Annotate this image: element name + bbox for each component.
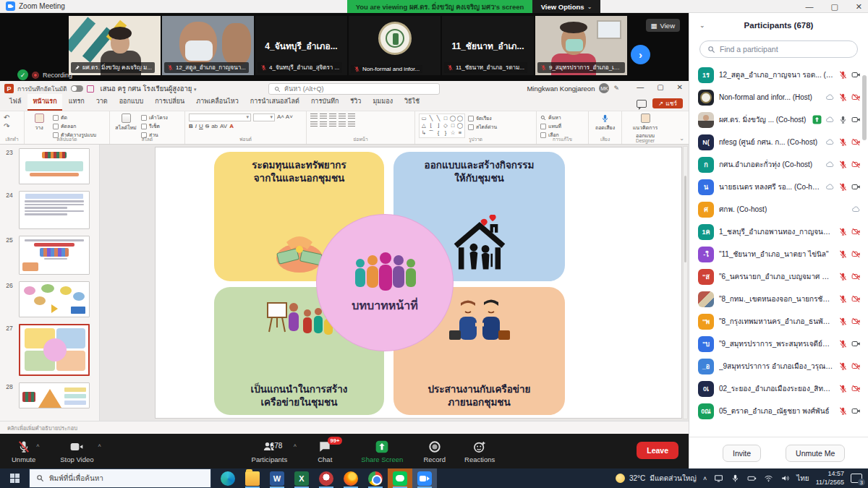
cut-button[interactable]: ตัด	[53, 114, 96, 121]
record-button[interactable]: Record	[423, 440, 446, 463]
taskbar-app-excel[interactable]: X	[289, 468, 314, 488]
office-search-box[interactable]: ค้นหา (Alt+Q)	[268, 83, 440, 95]
ppt-tab-มุมมอง[interactable]: มุมมอง	[367, 94, 398, 111]
participant-row[interactable]: "บ"9_สมุทรปราการ_พระสมุทรเจดีย์_วิมล...	[689, 333, 868, 355]
shapes-gallery[interactable]: ▭╲╲□◯◯ △⌊⌋◇□◯ ↳⌒{}☆≡	[419, 114, 465, 138]
ppt-tab-การเปลี่ยน[interactable]: การเปลี่ยน	[150, 94, 190, 111]
taskbar-app-word[interactable]: W	[265, 468, 289, 488]
taskbar-app-edge[interactable]	[216, 468, 240, 488]
ppt-maximize-button[interactable]: ▢	[657, 83, 663, 91]
show-hidden-icons-chevron[interactable]: ˄	[703, 475, 707, 482]
undo-icon[interactable]: ↶	[4, 114, 9, 121]
next-page-arrow-button[interactable]: ›	[631, 45, 650, 64]
strikethrough-button[interactable]: S	[205, 123, 209, 129]
slide-thumbnail-23[interactable]: 23	[0, 148, 99, 184]
bold-button[interactable]: B	[189, 123, 193, 129]
video-thumbnail-3[interactable]: 4_จันทบุรี_อำเภอ...4_จันทบุรี_อำเภอ_สุจิ…	[255, 16, 347, 75]
ppt-tab-การนำเสนอสไลด์[interactable]: การนำเสนอสไลด์	[245, 94, 305, 111]
collapse-ribbon-icon[interactable]: ⌄	[679, 135, 684, 142]
taskbar-app-chrome[interactable]	[363, 468, 388, 488]
notes-bar[interactable]: คลิกเพื่อเพิ่มคำอธิบายประกอบ	[0, 421, 689, 434]
unmute-me-button[interactable]: Unmute Me	[786, 445, 845, 462]
slide-canvas[interactable]: ประสานงานกับเครือข่ายภายนอกชุมชนเป็นแกนน…	[156, 147, 681, 418]
participant-row[interactable]: "ส"6_นครนายก_อำเภอ_เบญจมาศ สิริรัต...	[689, 265, 868, 288]
participant-row[interactable]: 0ณ05_ตราด_อำเภอ_ณัฐชยา พงศ์พันธ์	[689, 400, 868, 422]
stop-video-button[interactable]: Stop Video ˄	[60, 440, 93, 463]
video-thumbnail-1[interactable]: ผศ.ดร. มิ่งขวัญ คงเจริญ ม...	[69, 16, 161, 75]
participants-caret[interactable]: ˄	[294, 442, 297, 449]
participant-row[interactable]: 1ร12_สตูล_อำเภอ_กาญจนา รอด... (Me)	[689, 64, 868, 86]
line-spacing-icon[interactable]	[348, 114, 355, 120]
ppt-tab-แทรก[interactable]: แทรก	[64, 94, 90, 111]
start-button[interactable]	[0, 468, 29, 488]
replace-button[interactable]: แทนที่	[540, 122, 561, 130]
ppt-tab-หน้าแรก[interactable]: หน้าแรก	[27, 94, 61, 111]
speaker-tray-icon[interactable]	[780, 474, 790, 484]
view-button[interactable]: ▦View	[646, 19, 680, 32]
new-slide-button[interactable]: สไลด์ใหม่	[114, 114, 138, 132]
taskbar-app-firefox[interactable]	[339, 468, 363, 488]
ppt-tab-วาด[interactable]: วาด	[91, 94, 113, 111]
arrange-button[interactable]: จัดเรียง	[468, 114, 497, 122]
video-thumbnail-5[interactable]: 11_ชัยนาท_อำเภ...11_ชัยนาท_อำเภอ_รดาม...	[442, 16, 534, 75]
slide-thumbnail-24[interactable]: 24	[0, 191, 99, 229]
taskbar-app-explorer[interactable]	[240, 468, 265, 488]
video-thumbnail-6[interactable]: 9_สมุทรปราการ_อำเภอ_เอ...	[535, 16, 627, 75]
find-button[interactable]: ค้นหา	[540, 114, 561, 121]
wifi-tray-icon[interactable]	[763, 474, 773, 484]
leave-button[interactable]: Leave	[637, 442, 678, 459]
view-options-button[interactable]: View Options⌄	[532, 0, 600, 13]
invite-button[interactable]: Invite	[723, 445, 761, 462]
copy-button[interactable]: คัดลอก	[53, 122, 96, 130]
text-shadow-button[interactable]: ab	[211, 123, 218, 129]
underline-button[interactable]: U	[199, 123, 203, 129]
font-color-button[interactable]: A	[229, 123, 234, 129]
taskbar-app-redapp[interactable]	[314, 468, 339, 488]
panel-chevron-icon[interactable]: ⌄	[699, 22, 705, 29]
security-shield-icon[interactable]: ✓	[17, 69, 28, 80]
ppt-tab-รีวิว[interactable]: รีวิว	[345, 94, 366, 111]
share-document-button[interactable]: ↗แชร์	[652, 98, 683, 108]
italic-button[interactable]: I	[195, 123, 197, 129]
video-thumbnail-2[interactable]: 12_สตูล_อำเภอ_กาญจนา...	[162, 16, 254, 75]
participant-row[interactable]: 1ค1_ชลบุรี_อำเภอพานทอง_กาญจนา คุ...	[689, 221, 868, 243]
numbering-icon[interactable]	[320, 114, 327, 120]
character-spacing-button[interactable]: AV	[220, 123, 227, 129]
participant-row[interactable]: "พ"8_กรุงเทพมหานคร_อำเภอ_ธนพัฒน์ ...	[689, 310, 868, 333]
autosave-toggle[interactable]	[71, 85, 83, 92]
redo-icon[interactable]: ↷	[4, 122, 9, 130]
microphone-tray-icon[interactable]	[730, 474, 740, 484]
maximize-button[interactable]: ▢	[830, 0, 838, 13]
share-screen-button[interactable]: Share Screen	[361, 440, 403, 463]
canvas-scrollbar[interactable]	[683, 146, 688, 419]
font-name-select[interactable]	[189, 114, 251, 121]
slide-thumbnail-27[interactable]: 27	[0, 324, 99, 376]
slide-thumbnail-28[interactable]: 28	[0, 382, 99, 408]
weather-widget[interactable]: 32°C มีแดดส่วนใหญ่	[616, 473, 697, 484]
participants-button[interactable]: Participants 678 ˄	[252, 440, 288, 463]
slide-thumbnail-25[interactable]: 25	[0, 236, 99, 275]
ppt-tab-ออกแบบ[interactable]: ออกแบบ	[114, 94, 149, 111]
participant-row[interactable]: 0เ02_ระยอง_อำเภอเมืองระยอง_สิทธิพร เ...	[689, 377, 868, 400]
participant-row[interactable]: กกศน.อำเภอตะกั่วทุ่ง (Co-host)	[689, 153, 868, 176]
language-indicator[interactable]: ไทย	[796, 473, 809, 484]
battery-tray-icon[interactable]	[746, 474, 757, 484]
participant-row[interactable]: N(nfesg (ศูนย์ กศน. ก... (Co-host)	[689, 131, 868, 153]
ppt-tab-การบันทึก[interactable]: การบันทึก	[306, 94, 344, 111]
participant-row[interactable]: _อ_9สมุทรปราการ อำเภอเมือง_วรุณเทพ...	[689, 355, 868, 377]
video-thumbnail-4[interactable]: Non-formal and infor...	[349, 16, 441, 75]
slide-center-circle[interactable]: บทบาทหน้าที่	[317, 215, 453, 351]
comments-icon[interactable]	[637, 100, 647, 108]
document-filename[interactable]: เสนอ ครู กศน โรงเรียนผู้สูงอายุ ▾	[101, 83, 197, 94]
align-center-icon[interactable]	[320, 121, 327, 128]
unmute-options-caret[interactable]: ˄	[36, 442, 40, 449]
minimize-button[interactable]: —	[805, 0, 813, 13]
reactions-button[interactable]: Reactions	[464, 440, 495, 463]
layout-button[interactable]: เค้าโครง	[141, 114, 168, 121]
participant-row[interactable]: -ใ"11_ชัยนาท_อำเภอ_นาตยา ไข่นิล"	[689, 243, 868, 265]
participant-row[interactable]: "8_กทม._เขตหนองจอก_นายกรชัย สุขุ...	[689, 288, 868, 310]
video-options-caret[interactable]: ˄	[98, 442, 101, 449]
pen-icon[interactable]: ✎	[613, 85, 619, 92]
participant-row[interactable]: Non-formal and infor... (Host)	[689, 86, 868, 108]
participant-row[interactable]: นนายธเนตร หลงศรี รอ... (Co-host)	[689, 176, 868, 198]
